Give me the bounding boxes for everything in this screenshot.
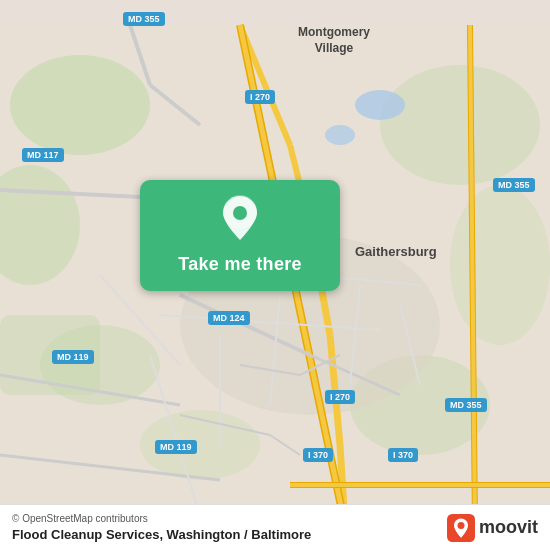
road-badge-md124: MD 124 [208,311,250,325]
location-pin-icon [219,194,261,246]
svg-point-9 [355,90,405,120]
svg-point-1 [10,55,150,155]
road-badge-md355-top: MD 355 [123,12,165,26]
road-badge-md355-right: MD 355 [493,178,535,192]
moovit-text: moovit [479,517,538,538]
svg-point-5 [450,185,550,345]
location-region: Washington / Baltimore [167,527,312,542]
svg-point-46 [233,206,247,220]
map-container: I 270 I 270 MD 355 MD 355 MD 355 MD 117 … [0,0,550,550]
svg-point-10 [325,125,355,145]
location-name: Flood Cleanup Services [12,527,159,542]
take-me-there-button[interactable]: Take me there [140,180,340,291]
attribution-text: © OpenStreetMap contributors [12,513,311,524]
bottom-bar: © OpenStreetMap contributors Flood Clean… [0,504,550,550]
svg-point-48 [457,521,464,528]
svg-point-4 [380,65,540,185]
road-badge-md119-top: MD 119 [52,350,94,364]
road-badge-i270-bottom: I 270 [325,390,355,404]
road-badge-i370-left: I 370 [303,448,333,462]
bottom-left-info: © OpenStreetMap contributors Flood Clean… [12,513,311,542]
location-separator: , [159,527,166,542]
road-badge-i370-right: I 370 [388,448,418,462]
moovit-logo: moovit [447,514,538,542]
location-info: Flood Cleanup Services, Washington / Bal… [12,527,311,542]
road-badge-md355-bottom: MD 355 [445,398,487,412]
road-badge-md119-bottom: MD 119 [155,440,197,454]
take-me-there-label: Take me there [178,254,302,275]
road-badge-md117: MD 117 [22,148,64,162]
road-badge-i270-top: I 270 [245,90,275,104]
